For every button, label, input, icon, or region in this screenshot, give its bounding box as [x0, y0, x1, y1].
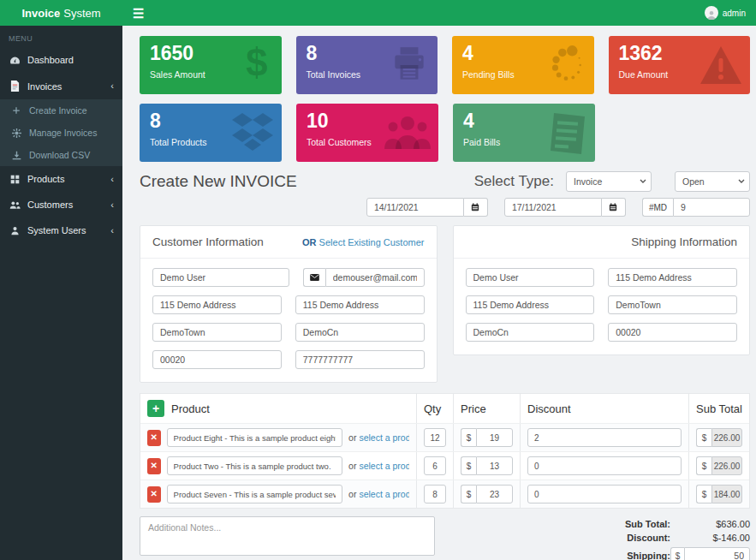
- qty-input[interactable]: [424, 428, 446, 447]
- customer-zip-input[interactable]: [152, 350, 282, 369]
- shipping-amount-input[interactable]: [684, 547, 750, 560]
- shipping-address1-input[interactable]: [608, 268, 737, 287]
- select-a-product-link[interactable]: select a product: [359, 489, 409, 499]
- product-name-input[interactable]: [167, 428, 343, 447]
- subtotal-output: [711, 428, 742, 447]
- customer-name-input[interactable]: [152, 268, 289, 287]
- username-label: admin: [723, 9, 746, 18]
- discount-input[interactable]: [527, 485, 682, 503]
- customer-email-input[interactable]: [325, 268, 425, 287]
- user-icon: [9, 226, 21, 235]
- invoice-ref-group: #MD: [642, 198, 750, 217]
- products-table: + Product Qty Price Discount Sub Total ✕…: [140, 393, 750, 509]
- sidebar-item-manage-invoices[interactable]: Manage Invoices: [0, 122, 122, 144]
- printer-icon: [388, 44, 431, 86]
- remove-product-button[interactable]: ✕: [147, 486, 161, 503]
- invoice-type-select[interactable]: Invoice: [566, 171, 652, 192]
- product-name-input[interactable]: [167, 485, 343, 503]
- stat-cards-row-2: 8 Total Products 10 Total Customers 4 Pa…: [140, 104, 750, 162]
- invoices-submenu: Create Invoice Manage Invoices Download …: [0, 99, 122, 166]
- sidebar-item-download-csv[interactable]: Download CSV: [0, 144, 122, 166]
- form-header: Create New INVOICE Select Type: Invoice …: [140, 171, 750, 192]
- qty-input[interactable]: [424, 456, 446, 475]
- customer-email-group: [303, 268, 425, 287]
- calendar-icon[interactable]: [602, 198, 626, 217]
- subtotal-output: [711, 456, 742, 475]
- download-icon: [10, 151, 22, 160]
- select-type-label: Select Type:: [474, 173, 554, 190]
- price-input[interactable]: [476, 428, 513, 447]
- envelope-icon: [303, 268, 325, 287]
- chevron-left-icon: ‹: [110, 175, 114, 184]
- stat-card-due-amount[interactable]: 1362 Due Amount: [609, 36, 751, 94]
- additional-notes-textarea[interactable]: [140, 516, 435, 556]
- select-a-product-link[interactable]: select a product: [359, 432, 409, 443]
- discount-input[interactable]: [527, 456, 682, 475]
- dashboard-icon: [9, 56, 21, 65]
- currency-addon: $: [696, 485, 711, 503]
- customer-address2-input[interactable]: [295, 295, 425, 314]
- chevron-left-icon: ‹: [110, 200, 114, 210]
- remove-product-button[interactable]: ✕: [147, 430, 161, 446]
- invoice-date-group: [366, 198, 488, 217]
- shipping-zip-input[interactable]: [608, 323, 737, 342]
- sidebar-item-label: Customers: [27, 200, 73, 210]
- shipping-country-input[interactable]: [466, 323, 595, 342]
- stat-card-total-customers[interactable]: 10 Total Customers: [296, 104, 438, 162]
- sidebar-item-label: Manage Invoices: [29, 128, 97, 138]
- stat-card-paid-bills[interactable]: 4 Paid Bills: [453, 104, 595, 162]
- discount-input[interactable]: [527, 428, 682, 447]
- discount-row: Discount: $-146.00: [510, 532, 750, 544]
- user-menu[interactable]: admin: [705, 6, 746, 20]
- sidebar-item-products[interactable]: Products ‹: [0, 166, 122, 192]
- chevron-left-icon: ‹: [110, 81, 114, 91]
- menu-section-label: MENU: [0, 26, 122, 47]
- product-column-header: Product: [171, 402, 210, 415]
- customer-address1-input[interactable]: [152, 295, 282, 314]
- customer-town-input[interactable]: [152, 323, 282, 342]
- price-input[interactable]: [476, 456, 513, 475]
- select-a-product-link[interactable]: select a product: [359, 461, 409, 471]
- sidebar-item-system-users[interactable]: System Users ‹: [0, 217, 122, 243]
- add-product-button[interactable]: +: [147, 400, 164, 417]
- customer-phone-input[interactable]: [295, 350, 425, 369]
- qty-column-header: Qty: [424, 402, 441, 415]
- subtotal-value: $636.00: [670, 519, 750, 529]
- brand-rest: System: [63, 7, 100, 20]
- info-panels: Customer Information OR Select Existing …: [140, 225, 750, 383]
- invoice-ref-prefix: #MD: [642, 198, 673, 217]
- page-title: Create New INVOICE: [140, 172, 297, 191]
- currency-addon: $: [461, 456, 476, 475]
- remove-product-button[interactable]: ✕: [147, 458, 161, 474]
- sidebar-item-dashboard[interactable]: Dashboard: [0, 47, 122, 73]
- invoice-status-select[interactable]: Open: [675, 171, 750, 192]
- select-existing-customer-link[interactable]: OR Select Existing Customer: [302, 237, 424, 247]
- invoice-ref-input[interactable]: [673, 198, 750, 217]
- qty-input[interactable]: [424, 485, 446, 503]
- hamburger-menu-icon[interactable]: ☰: [133, 7, 144, 20]
- sidebar-item-create-invoice[interactable]: Create Invoice: [0, 99, 122, 122]
- calendar-icon[interactable]: [464, 198, 488, 217]
- due-date-input[interactable]: [504, 198, 602, 217]
- stat-card-total-invoices[interactable]: 8 Total Invoices: [296, 36, 438, 94]
- stat-card-sales[interactable]: 1650 Sales Amount $: [140, 36, 282, 94]
- totals-summary: Sub Total: $636.00 Discount: $-146.00 Sh…: [510, 516, 750, 560]
- stat-card-pending-bills[interactable]: 4 Pending Bills: [452, 36, 594, 94]
- product-name-input[interactable]: [167, 456, 343, 475]
- price-input[interactable]: [476, 485, 513, 503]
- bottom-section: Sub Total: $636.00 Discount: $-146.00 Sh…: [140, 516, 750, 560]
- invoice-date-input[interactable]: [366, 198, 464, 217]
- shipping-name-input[interactable]: [466, 268, 595, 287]
- stat-cards-row-1: 1650 Sales Amount $ 8 Total Invoices 4 P…: [140, 36, 750, 94]
- sidebar-item-invoices[interactable]: Invoices ‹: [0, 73, 122, 99]
- sidebar-item-label: Products: [27, 174, 64, 184]
- shipping-address2-input[interactable]: [466, 295, 595, 314]
- products-table-header: + Product Qty Price Discount Sub Total: [140, 394, 749, 424]
- invoice-type-select-wrap: Invoice: [566, 171, 652, 192]
- shipping-town-input[interactable]: [608, 295, 737, 314]
- stat-card-total-products[interactable]: 8 Total Products: [140, 104, 282, 162]
- customer-country-input[interactable]: [295, 323, 425, 342]
- sidebar-item-customers[interactable]: Customers ‹: [0, 192, 122, 217]
- spinner-icon: [545, 44, 587, 86]
- sidebar-item-label: Download CSV: [29, 150, 90, 160]
